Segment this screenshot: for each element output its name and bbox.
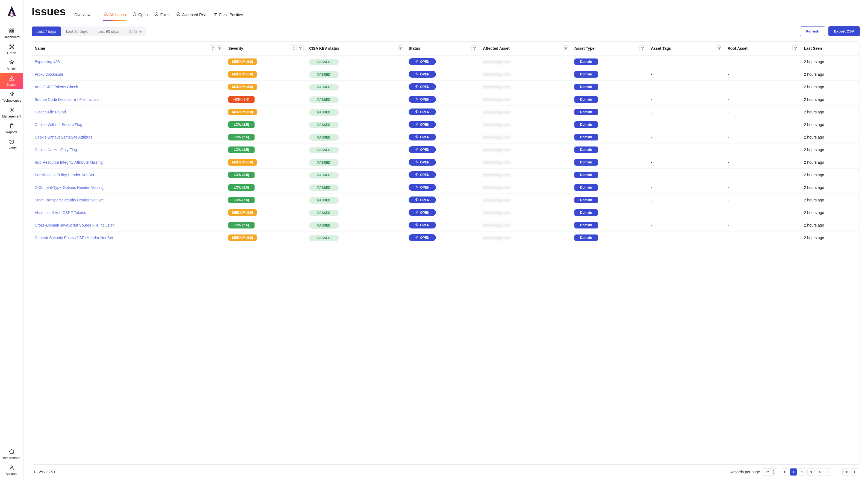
tab-accepted-risk[interactable]: Accepted Risk xyxy=(176,8,207,21)
table-row[interactable]: Sub Resource Integrity Attribute Missing… xyxy=(32,156,860,169)
time-filter-last-90-days[interactable]: Last 90 days xyxy=(93,27,124,36)
table-row[interactable]: Cookie without SameSite Attribute LOW (2… xyxy=(32,131,860,144)
filter-icon[interactable] xyxy=(716,46,722,51)
sidebar: DashboardGraphAssetsIssuesTechnologiesMa… xyxy=(0,0,24,481)
filter-icon[interactable] xyxy=(563,46,569,51)
issue-name-link[interactable]: Hidden File Found xyxy=(35,110,66,114)
issue-name-link[interactable]: Strict-Transport-Security Header Not Set xyxy=(35,198,103,202)
tab-open[interactable]: Open xyxy=(132,8,148,21)
sidebar-item-technologies[interactable]: Technologies xyxy=(0,89,23,105)
filter-icon[interactable] xyxy=(217,46,223,51)
severity-badge: MEDIUM (5.0) xyxy=(228,235,257,241)
asset-tags-cell: - xyxy=(648,181,724,194)
issue-name-link[interactable]: Absence of Anti-CSRF Tokens xyxy=(35,210,86,215)
kev-badge: PASSED xyxy=(309,109,339,116)
issue-name-link[interactable]: Content Security Policy (CSP) Header Not… xyxy=(35,236,113,240)
svg-point-6 xyxy=(11,46,12,47)
page-button-2[interactable]: 2 xyxy=(799,469,806,476)
sidebar-item-events[interactable]: Events xyxy=(0,137,23,152)
asset-tags-cell: - xyxy=(648,232,724,244)
time-filter-last-30-days[interactable]: Last 30 days xyxy=(61,27,93,36)
issue-name-link[interactable]: Sub Resource Integrity Attribute Missing xyxy=(35,160,103,164)
asset-tags-cell: - xyxy=(648,106,724,118)
table-row[interactable]: Proxy Disclosure MEDIUM (5.0) PASSED OPE… xyxy=(32,68,860,81)
actions: Refresh Export CSV xyxy=(800,26,860,36)
tab-divider: | xyxy=(96,11,97,19)
page-button-131[interactable]: 131 xyxy=(842,469,849,476)
issue-name-link[interactable]: Bypassing 403 xyxy=(35,60,60,64)
page-button-3[interactable]: 3 xyxy=(807,469,814,476)
issue-name-link[interactable]: Cross-Domain JavaScript Source File Incl… xyxy=(35,223,115,228)
issue-name-link[interactable]: Cookie No HttpOnly Flag xyxy=(35,148,77,152)
root-asset-cell: - xyxy=(725,206,801,219)
table-row[interactable]: Cookie No HttpOnly Flag LOW (2.5) PASSED… xyxy=(32,144,860,156)
kev-badge: PASSED xyxy=(309,172,339,178)
sidebar-item-assets[interactable]: Assets xyxy=(0,57,23,73)
table-row[interactable]: Hidden File Found MEDIUM (5.0) PASSED OP… xyxy=(32,106,860,118)
asset-type-badge: Domain xyxy=(575,147,598,153)
table-row[interactable]: Absence of Anti-CSRF Tokens MEDIUM (5.0)… xyxy=(32,206,860,219)
asset-tags-cell: - xyxy=(648,118,724,131)
tab-label: Open xyxy=(138,12,148,17)
issue-name-link[interactable]: Source Code Disclosure - File Inclusion xyxy=(35,97,102,102)
issue-name-link[interactable]: Cookie without SameSite Attribute xyxy=(35,135,93,140)
sort-icon[interactable] xyxy=(290,46,297,51)
filter-icon[interactable] xyxy=(640,46,645,51)
filter-icon[interactable] xyxy=(298,46,304,51)
table-row[interactable]: Anti-CSRF Tokens Check MEDIUM (5.0) PASS… xyxy=(32,81,860,93)
asset-type-badge: Domain xyxy=(575,71,598,78)
sidebar-item-account[interactable]: Account xyxy=(0,462,23,478)
tab-false-positive[interactable]: False Positive xyxy=(213,8,243,21)
page-next-button[interactable] xyxy=(851,469,858,476)
sidebar-item-reports[interactable]: Reports xyxy=(0,121,23,137)
root-asset-cell: - xyxy=(725,81,801,93)
table-row[interactable]: Content Security Policy (CSP) Header Not… xyxy=(32,232,860,244)
table-row[interactable]: X-Content-Type-Options Header Missing LO… xyxy=(32,181,860,194)
table-row[interactable]: Strict-Transport-Security Header Not Set… xyxy=(32,194,860,206)
time-filter-last-7-days[interactable]: Last 7 days xyxy=(32,27,61,36)
sidebar-item-management[interactable]: Management xyxy=(0,105,23,121)
table-row[interactable]: Permissions Policy Header Not Set LOW (2… xyxy=(32,169,860,181)
issue-name-link[interactable]: Cookie Without Secure Flag xyxy=(35,122,82,127)
page-prev-button[interactable] xyxy=(781,469,788,476)
sidebar-item-dashboard[interactable]: Dashboard xyxy=(0,26,23,41)
table-row[interactable]: Source Code Disclosure - File Inclusion … xyxy=(32,93,860,106)
table-row[interactable]: Cookie Without Secure Flag LOW (2.5) PAS… xyxy=(32,118,860,131)
nav-label: Issues xyxy=(7,83,17,87)
asset-tags-cell: - xyxy=(648,194,724,206)
sidebar-item-issues[interactable]: Issues xyxy=(0,73,23,89)
tab-fixed[interactable]: Fixed xyxy=(154,8,170,21)
page-button-4[interactable]: 4 xyxy=(816,469,823,476)
page-button-1[interactable]: 1 xyxy=(790,469,797,476)
issue-name-link[interactable]: Anti-CSRF Tokens Check xyxy=(35,85,78,89)
root-asset-cell: - xyxy=(725,232,801,244)
time-filter-all-time[interactable]: All time xyxy=(124,27,146,36)
rpp-select[interactable]: 25 xyxy=(763,469,777,476)
tab-all-issues[interactable]: All Issues xyxy=(103,8,126,21)
target-icon xyxy=(415,110,418,114)
kev-badge: PASSED xyxy=(309,235,339,241)
refresh-button[interactable]: Refresh xyxy=(800,26,825,36)
sort-icon[interactable] xyxy=(210,46,216,51)
affected-asset: whomology.com xyxy=(483,236,510,240)
main-content: Issues Overview|All IssuesOpenFixedAccep… xyxy=(24,0,868,481)
affected-asset: whomology.com xyxy=(483,210,510,215)
sidebar-item-graph[interactable]: Graph xyxy=(0,41,23,57)
table-row[interactable]: Cross-Domain JavaScript Source File Incl… xyxy=(32,219,860,232)
issue-name-link[interactable]: Proxy Disclosure xyxy=(35,72,63,77)
severity-badge: LOW (2.5) xyxy=(228,222,254,229)
issue-name-link[interactable]: Permissions Policy Header Not Set xyxy=(35,173,94,177)
filter-icon[interactable] xyxy=(397,46,403,51)
page-button-5[interactable]: 5 xyxy=(825,469,832,476)
export-csv-button[interactable]: Export CSV xyxy=(828,26,860,36)
status-badge: OPEN xyxy=(409,159,436,166)
kev-badge: PASSED xyxy=(309,84,339,90)
asset-tags-cell: - xyxy=(648,169,724,181)
table-row[interactable]: Bypassing 403 MEDIUM (5.0) PASSED OPEN w… xyxy=(32,56,860,68)
filter-icon[interactable] xyxy=(792,46,798,51)
issue-name-link[interactable]: X-Content-Type-Options Header Missing xyxy=(35,185,103,190)
tab-overview[interactable]: Overview xyxy=(74,9,91,21)
column-header-root-asset: Root Asset xyxy=(725,41,801,56)
filter-icon[interactable] xyxy=(471,46,477,51)
sidebar-item-integrations[interactable]: Integrations xyxy=(0,447,23,462)
